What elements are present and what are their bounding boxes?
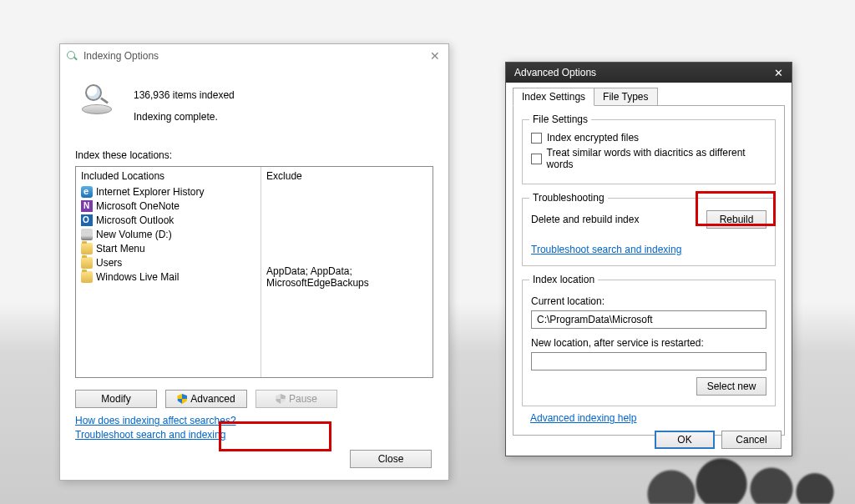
list-item: Users: [81, 256, 255, 270]
troubleshooting-group: Troubleshooting Delete and rebuild index…: [522, 198, 776, 266]
link-indexing-affect[interactable]: How does indexing affect searches?: [75, 415, 236, 426]
tab-file-types[interactable]: File Types: [594, 88, 657, 106]
rebuild-button[interactable]: Rebuild: [706, 210, 766, 229]
exclude-paths: AppData; AppData; MicrosoftEdgeBackups: [266, 265, 428, 289]
close-icon[interactable]: ✕: [427, 49, 443, 63]
new-location-field[interactable]: [531, 352, 766, 370]
search-icon: [65, 49, 78, 63]
drive-icon: [81, 229, 93, 240]
folder-icon: [81, 271, 93, 283]
pause-button: Pause: [255, 390, 337, 408]
onenote-icon: [81, 200, 93, 212]
list-item: Windows Live Mail: [81, 270, 255, 284]
titlebar[interactable]: Advanced Options ✕: [506, 63, 792, 83]
checkbox-diacritics[interactable]: [531, 154, 542, 164]
advanced-button[interactable]: Advanced: [165, 390, 247, 408]
advanced-options-window: Advanced Options ✕ Index Settings File T…: [505, 62, 792, 456]
magnifier-over-disk-icon: [78, 84, 119, 114]
cancel-button[interactable]: Cancel: [721, 431, 782, 449]
checkbox-encrypted[interactable]: [531, 133, 542, 144]
new-location-label: New location, after service is restarted…: [531, 337, 766, 349]
rebuild-label: Delete and rebuild index: [531, 214, 639, 225]
col-header-exclude: Exclude: [266, 170, 428, 182]
modify-button[interactable]: Modify: [75, 390, 157, 408]
outlook-icon: [81, 214, 93, 226]
window-title: Advanced Options: [514, 67, 596, 78]
indexing-status: Indexing complete.: [134, 111, 235, 123]
current-location-label: Current location:: [531, 295, 766, 307]
folder-icon: [81, 257, 93, 269]
index-locations-label: Index these locations:: [75, 149, 448, 161]
shield-icon: [177, 394, 187, 404]
titlebar[interactable]: Indexing Options ✕: [60, 44, 448, 68]
items-indexed-count: 136,936 items indexed: [134, 89, 235, 101]
tab-pane: File Settings Index encrypted files Trea…: [513, 105, 785, 436]
shield-icon: [276, 394, 286, 404]
select-new-button[interactable]: Select new: [696, 377, 766, 396]
file-settings-group: File Settings Index encrypted files Trea…: [522, 119, 776, 184]
tab-index-settings[interactable]: Index Settings: [513, 88, 594, 106]
indexing-options-window: Indexing Options ✕ 136,936 items indexed…: [59, 43, 449, 481]
close-button[interactable]: Close: [350, 450, 432, 468]
close-icon[interactable]: ✕: [768, 67, 788, 79]
current-location-field[interactable]: C:\ProgramData\Microsoft: [531, 310, 766, 329]
folder-icon: [81, 243, 93, 255]
list-item: Start Menu: [81, 242, 255, 255]
checkbox-diacritics-label: Treat similar words with diacritics as d…: [547, 147, 766, 170]
indexed-locations-table[interactable]: Included Locations Internet Explorer His…: [75, 166, 433, 378]
group-title: File Settings: [529, 113, 591, 125]
group-title: Index location: [529, 274, 598, 285]
ie-icon: [81, 186, 93, 198]
list-item: Microsoft OneNote: [81, 199, 255, 213]
list-item: Microsoft Outlook: [81, 214, 255, 227]
col-header-included: Included Locations: [81, 170, 255, 182]
checkbox-encrypted-label: Index encrypted files: [547, 132, 639, 144]
list-item: Internet Explorer History: [81, 185, 255, 199]
list-item: New Volume (D:): [81, 228, 255, 241]
group-title: Troubleshooting: [529, 192, 608, 204]
link-troubleshoot[interactable]: Troubleshoot search and indexing: [531, 244, 681, 255]
link-troubleshoot[interactable]: Troubleshoot search and indexing: [75, 429, 225, 441]
link-advanced-help[interactable]: Advanced indexing help: [530, 412, 636, 424]
ok-button[interactable]: OK: [655, 431, 715, 449]
index-location-group: Index location Current location: C:\Prog…: [522, 280, 776, 406]
window-title: Indexing Options: [83, 50, 159, 62]
